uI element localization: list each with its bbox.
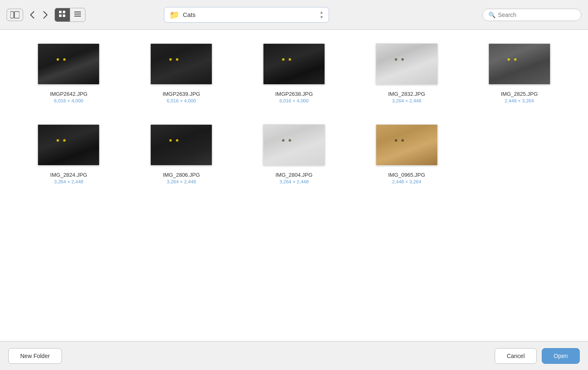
file-name: IMG_2804.JPG <box>275 172 313 178</box>
thumbnail-wrapper <box>372 41 442 87</box>
file-item[interactable]: IMG_2804.JPG 3,264 × 2,448 <box>242 119 346 187</box>
thumbnail-wrapper <box>146 41 216 87</box>
file-name: IMG_2824.JPG <box>50 172 88 178</box>
file-item[interactable]: IMG_2825.JPG 2,448 × 3,264 <box>467 38 571 107</box>
toolbar: 📁 Cats ▲ ▼ 🔍 <box>0 0 588 30</box>
file-name: IMG_2832.JPG <box>388 91 425 97</box>
thumbnail-wrapper <box>33 41 104 87</box>
file-item[interactable]: IMGP2642.JPG 6,016 × 4,000 <box>17 38 121 107</box>
grid-view-button[interactable] <box>55 8 70 21</box>
file-dimensions: 6,016 × 4,000 <box>167 98 196 103</box>
content-area: IMGP2642.JPG 6,016 × 4,000 IMGP2639.JPG … <box>0 30 588 341</box>
file-dimensions: 6,016 × 4,000 <box>54 98 83 103</box>
file-name: IMG_2825.JPG <box>501 91 538 97</box>
file-dimensions: 2,448 × 3,264 <box>392 179 421 184</box>
file-name: IMGP2638.JPG <box>275 91 313 97</box>
location-bar[interactable]: 📁 Cats ▲ ▼ <box>164 7 329 23</box>
cancel-button[interactable]: Cancel <box>495 348 537 364</box>
location-arrows: ▲ ▼ <box>320 10 324 19</box>
bottom-right-buttons: Cancel Open <box>495 348 580 364</box>
svg-rect-5 <box>59 14 62 17</box>
thumbnail-wrapper <box>33 122 104 168</box>
file-name: IMGP2642.JPG <box>50 91 88 97</box>
cat-thumbnail <box>376 124 438 166</box>
file-item[interactable]: IMG_2806.JPG 3,264 × 2,448 <box>129 119 234 187</box>
search-input[interactable] <box>498 12 575 18</box>
thumbnail-wrapper <box>259 122 329 168</box>
file-name: IMG_2806.JPG <box>163 172 200 178</box>
search-bar: 🔍 <box>482 9 581 21</box>
list-view-button[interactable] <box>70 8 85 21</box>
view-toggle <box>55 8 85 22</box>
location-label: Cats <box>183 11 316 18</box>
file-dimensions: 3,264 × 2,448 <box>54 179 83 184</box>
folder-icon: 📁 <box>169 10 180 20</box>
file-item[interactable]: IMGP2639.JPG 6,016 × 4,000 <box>129 38 234 107</box>
svg-rect-4 <box>63 11 65 13</box>
thumbnail-wrapper <box>146 122 216 168</box>
cat-thumbnail <box>38 43 100 85</box>
thumbnail-wrapper <box>259 41 329 87</box>
thumbnail-wrapper <box>484 41 555 87</box>
forward-button[interactable] <box>40 8 51 21</box>
file-dimensions: 6,016 × 4,000 <box>280 98 309 103</box>
cat-thumbnail <box>263 124 325 166</box>
file-dimensions: 3,264 × 2,448 <box>392 98 421 103</box>
file-item[interactable]: IMG_0965.JPG 2,448 × 3,264 <box>354 119 459 187</box>
svg-rect-2 <box>14 12 19 18</box>
cat-thumbnail <box>38 124 100 166</box>
bottom-bar: New Folder Cancel Open <box>0 341 588 370</box>
cat-thumbnail <box>263 43 325 85</box>
file-dimensions: 3,264 × 2,448 <box>167 179 196 184</box>
cat-thumbnail <box>150 43 212 85</box>
open-button[interactable]: Open <box>542 348 580 364</box>
sidebar-toggle-button[interactable] <box>7 9 23 21</box>
nav-buttons <box>26 8 51 21</box>
new-folder-button[interactable]: New Folder <box>8 348 62 364</box>
thumbnail-wrapper <box>372 122 442 168</box>
file-item[interactable]: IMG_2832.JPG 3,264 × 2,448 <box>354 38 459 107</box>
file-dimensions: 3,264 × 2,448 <box>280 179 309 184</box>
file-item[interactable]: IMGP2638.JPG 6,016 × 4,000 <box>242 38 346 107</box>
search-icon: 🔍 <box>488 12 496 18</box>
svg-rect-3 <box>59 11 62 13</box>
file-dimensions: 2,448 × 3,264 <box>505 98 534 103</box>
file-name: IMG_0965.JPG <box>388 172 425 178</box>
file-name: IMGP2639.JPG <box>163 91 200 97</box>
file-item[interactable]: IMG_2824.JPG 3,264 × 2,448 <box>17 119 121 187</box>
svg-rect-6 <box>63 14 65 17</box>
file-grid: IMGP2642.JPG 6,016 × 4,000 IMGP2639.JPG … <box>17 38 571 187</box>
cat-thumbnail <box>150 124 212 166</box>
cat-thumbnail <box>488 43 550 85</box>
cat-thumbnail <box>376 43 438 85</box>
back-button[interactable] <box>26 8 38 21</box>
svg-rect-0 <box>10 12 14 18</box>
